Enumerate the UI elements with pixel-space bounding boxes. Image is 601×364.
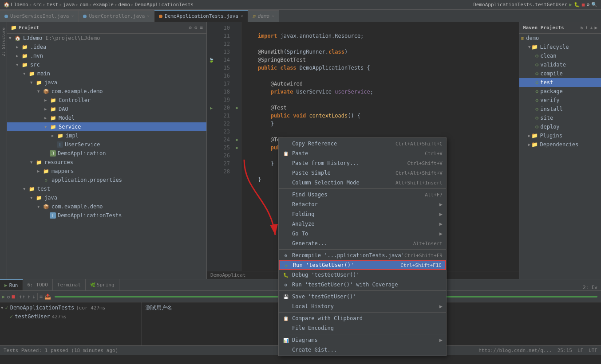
tab-userserviceimpl[interactable]: UserServiceImpl.java × xyxy=(0,10,79,22)
bottom-tab-todo[interactable]: 6: TODO xyxy=(23,279,53,290)
download-icon[interactable]: ⬇ xyxy=(585,25,588,31)
charset: UTF xyxy=(589,348,597,353)
menu-item-run-coverage[interactable]: ⚙ Run 'testGetUser()' with Coverage xyxy=(279,280,446,290)
add-icon[interactable]: + xyxy=(590,25,593,31)
menu-item-diagrams[interactable]: 📊 Diagrams ▶ xyxy=(279,335,446,345)
tree-item-model[interactable]: ▶ 📁 Model xyxy=(7,114,206,122)
bc-example[interactable]: example xyxy=(93,2,114,8)
prev-icon[interactable]: ↑ xyxy=(27,294,30,300)
maven-goal-compile[interactable]: ⚙ compile xyxy=(519,69,601,78)
tree-item-mvn[interactable]: ▶ 📁 .mvn xyxy=(7,51,206,60)
tree-item-demoapplication[interactable]: ▶ J DemoApplication xyxy=(7,149,206,158)
bottom-tab-terminal[interactable]: Terminal xyxy=(53,279,86,290)
tree-item-java-main[interactable]: ▼ 📁 java xyxy=(7,78,206,87)
bottom-tab-run[interactable]: ▶ Run xyxy=(0,279,23,290)
menu-item-create-gist[interactable]: Create Gist... xyxy=(279,345,446,355)
scroll-top-icon[interactable]: ↑↑ xyxy=(19,294,25,300)
debug-button[interactable]: 🐛 xyxy=(574,2,580,8)
maven-goal-package[interactable]: ⚙ package xyxy=(519,87,601,96)
run-item-demo-tests[interactable]: ▼ ✓ DemoApplicationTests (cor 427ms xyxy=(1,303,141,312)
run-button[interactable]: ▶ xyxy=(569,2,572,8)
close-tab-usercontroller[interactable]: × xyxy=(147,14,150,19)
menu-item-compare-clipboard[interactable]: 📋 Compare with Clipboard xyxy=(279,313,446,323)
tree-item-dao[interactable]: ▶ 📁 DAO xyxy=(7,105,206,114)
stop-icon[interactable]: ■ xyxy=(12,294,15,300)
maven-item-dependencies[interactable]: ▶ 📁 Dependencies xyxy=(519,140,601,149)
refresh-icon[interactable]: ↻ xyxy=(581,25,584,31)
tree-item-resources[interactable]: ▼ 📁 resources xyxy=(7,158,206,167)
menu-item-paste[interactable]: 📋 Paste Ctrl+V xyxy=(279,149,446,158)
tree-item-java-test[interactable]: ▼ 📁 java xyxy=(7,193,206,202)
menu-item-recompile[interactable]: ⚙ Recompile '...pplicationTests.java' Ct… xyxy=(279,250,446,260)
tree-item-demoapplicationtests[interactable]: ▶ T DemoApplicationTests xyxy=(7,211,206,220)
maven-goal-deploy[interactable]: ⚙ deploy xyxy=(519,122,601,131)
search-icon[interactable]: 🔍 xyxy=(591,2,597,8)
menu-item-column-selection[interactable]: Column Selection Mode Alt+Shift+Insert xyxy=(279,178,446,188)
menu-item-generate[interactable]: Generate... Alt+Insert xyxy=(279,239,446,248)
settings-icon[interactable]: ⚙ xyxy=(586,2,589,8)
tab-demoapplicationtests[interactable]: DemoApplicationTests.java × xyxy=(154,10,248,22)
next-icon[interactable]: ↓ xyxy=(32,294,35,300)
close-tab-userserviceimpl[interactable]: × xyxy=(71,14,74,19)
menu-item-refactor[interactable]: Refactor ▶ xyxy=(279,200,446,209)
tree-item-service[interactable]: ▼ 📁 Service xyxy=(7,122,206,131)
menu-item-debug-test[interactable]: 🐛 Debug 'testGetUser()' xyxy=(279,270,446,280)
maven-goal-install[interactable]: ⚙ install xyxy=(519,105,601,114)
menu-item-copy-reference[interactable]: Copy Reference Ctrl+Alt+Shift+C xyxy=(279,139,446,149)
menu-item-save-test[interactable]: 💾 Save 'testGetUser()' xyxy=(279,292,446,301)
menu-item-find-usages[interactable]: Find Usages Alt+F7 xyxy=(279,190,446,200)
close-tab-demo[interactable]: × xyxy=(272,14,274,19)
maven-goal-test[interactable]: ⚙ test xyxy=(519,78,601,87)
run-again-icon[interactable]: ▶ xyxy=(2,294,5,300)
tree-item-userservice[interactable]: ▶ I UserService xyxy=(7,140,206,149)
rerun-icon[interactable]: ↺ xyxy=(7,294,10,300)
menu-item-paste-simple[interactable]: Paste Simple Ctrl+Alt+Shift+V xyxy=(279,168,446,178)
run-item-testgetuser[interactable]: ✓ testGetUser 427ms xyxy=(1,312,141,321)
bc-demo[interactable]: demo xyxy=(119,2,130,8)
bc-com[interactable]: com xyxy=(79,2,88,8)
status-right: http://blog.csdn.net/q... 25:15 LF UTF xyxy=(478,348,597,353)
close-tab-demoapplicationtests[interactable]: × xyxy=(241,14,243,19)
sync-icon[interactable]: ⚙ xyxy=(189,25,192,31)
tree-item-mappers[interactable]: ▶ 📁 mappers xyxy=(7,167,206,176)
bottom-tab-spring[interactable]: 🌿 Spring xyxy=(86,279,119,290)
menu-item-file-encoding[interactable]: File Encoding xyxy=(279,323,446,333)
bc-src[interactable]: src xyxy=(33,2,42,8)
tab-usercontroller[interactable]: UserController.java × xyxy=(79,10,154,22)
bc-test[interactable]: test xyxy=(47,2,59,8)
maven-item-demo[interactable]: m demo xyxy=(519,34,601,43)
tree-item-com-example-demo-test[interactable]: ▼ 📦 com.example.demo xyxy=(7,202,206,211)
structure-icon[interactable]: 2: Structure xyxy=(1,27,6,56)
run-maven-icon[interactable]: ▶ xyxy=(594,25,597,31)
menu-item-local-history[interactable]: Local History ▶ xyxy=(279,301,446,311)
tree-item-main[interactable]: ▼ 📁 main xyxy=(7,69,206,78)
tree-item-idea[interactable]: ▶ 📁 .idea xyxy=(7,43,206,51)
maven-item-plugins[interactable]: ▶ 📁 Plugins xyxy=(519,131,601,140)
maven-goal-clean[interactable]: ⚙ clean xyxy=(519,51,601,60)
tree-item-controller[interactable]: ▶ 📁 Controller xyxy=(7,96,206,105)
tree-item-src[interactable]: ▼ 📁 src xyxy=(7,60,206,69)
menu-item-folding[interactable]: Folding ▶ xyxy=(279,209,446,219)
maven-item-lifecycle[interactable]: ▼ 📁 Lifecycle xyxy=(519,43,601,51)
bc-java[interactable]: java xyxy=(63,2,75,8)
menu-item-goto[interactable]: Go To ▶ xyxy=(279,229,446,239)
tree-item-com-example-demo[interactable]: ▼ 📦 com.example.demo xyxy=(7,87,206,96)
menu-item-analyze[interactable]: Analyze ▶ xyxy=(279,219,446,229)
tab-demo[interactable]: m demo × xyxy=(248,10,279,22)
maven-goal-verify[interactable]: ⚙ verify xyxy=(519,96,601,105)
settings-panel-icon[interactable]: ⚙ xyxy=(194,25,198,31)
stop-button[interactable]: ■ xyxy=(582,2,585,8)
menu-item-run-test[interactable]: ▶ Run 'testGetUser()' Ctrl+Shift+F10 xyxy=(279,260,446,270)
menu-item-paste-history[interactable]: Paste from History... Ctrl+Shift+V xyxy=(279,158,446,168)
gear-icon[interactable]: ≡ xyxy=(200,25,203,31)
maven-goal-site[interactable]: ⚙ site xyxy=(519,114,601,122)
tree-item-ljdemo[interactable]: ▼ 🏠 LJdemo E:\project\LJdemo xyxy=(7,34,206,43)
tree-item-application-props[interactable]: ▶ ⚙ application.properties xyxy=(7,176,206,184)
sort-icon[interactable]: ≡ xyxy=(40,294,43,300)
bc-file[interactable]: DemoApplicationTests xyxy=(135,2,194,8)
tree-item-impl[interactable]: ▶ 📁 impl xyxy=(7,131,206,140)
maven-goal-validate[interactable]: ⚙ validate xyxy=(519,60,601,69)
tree-item-test[interactable]: ▼ 📁 test xyxy=(7,184,206,193)
bc-ljdemo[interactable]: LJdemo xyxy=(11,2,28,8)
export-icon[interactable]: 📤 xyxy=(44,294,51,300)
